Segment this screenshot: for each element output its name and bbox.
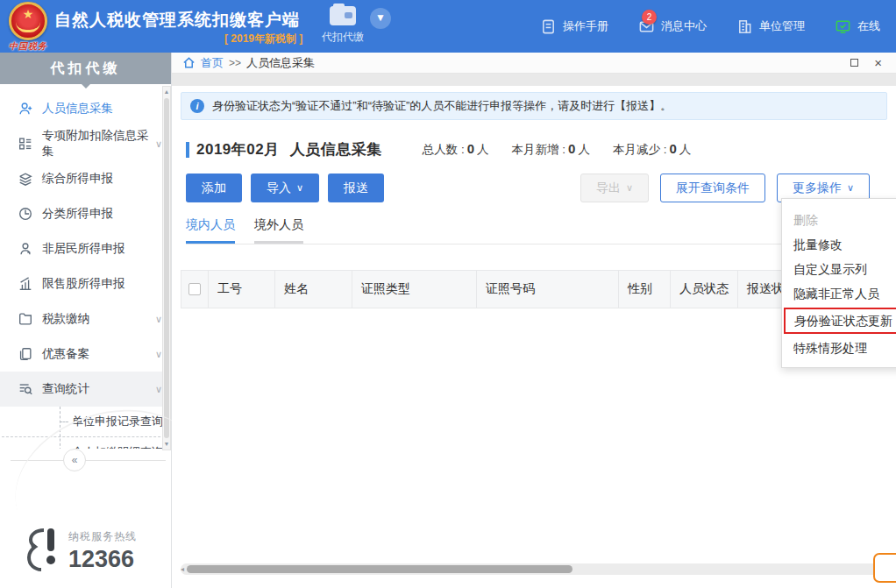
sidebar-item-label: 税款缴纳 <box>42 311 89 327</box>
chevron-down-icon: ∨ <box>155 138 162 150</box>
breadcrumb-current: 人员信息采集 <box>246 55 315 71</box>
manual-icon <box>540 18 557 35</box>
export-label: 导出 <box>596 181 621 196</box>
sidebar-item-restricted-shares[interactable]: 限售股所得申报 <box>0 266 171 301</box>
breadcrumb-separator: >> <box>229 57 241 69</box>
hotline-block: 纳税服务热线 12366 <box>21 527 137 576</box>
search-list-icon <box>18 381 33 397</box>
sidebar-item-special-deductions[interactable]: 专项附加扣除信息采集 ∨ <box>0 126 171 161</box>
stat-unit: 人 <box>477 143 489 156</box>
online-status[interactable]: 在线 <box>835 18 880 35</box>
stat-unit: 人 <box>679 143 692 156</box>
menu-item-custom-columns[interactable]: 自定义显示列 <box>782 257 896 281</box>
sidebar-item-label: 分类所得申报 <box>42 206 113 222</box>
select-all-checkbox[interactable] <box>188 283 201 295</box>
menu-item-batch-edit[interactable]: 批量修改 <box>782 232 896 257</box>
stat-removed-label: 本月减少 : <box>613 143 667 156</box>
online-status-icon <box>835 18 851 35</box>
main-content: 首页 >> 人员信息采集 × i 身份验证状态为“验证不通过”和“待验证”的人员… <box>172 53 896 588</box>
submit-button[interactable]: 报送 <box>328 174 384 202</box>
summary-stats: 总人数 :0人 本月新增 :0人 本月减少 :0人 <box>423 141 692 158</box>
layers-icon <box>18 171 33 187</box>
horizontal-scrollbar-thumb[interactable] <box>187 565 572 573</box>
col-id-number: 证照号码 <box>477 271 619 308</box>
building-icon <box>736 18 753 35</box>
period-title: 2019年02月 <box>196 139 280 159</box>
hotline-number: 12366 <box>68 546 137 573</box>
manual-button[interactable]: 操作手册 <box>540 18 608 35</box>
maximize-icon[interactable] <box>850 59 858 67</box>
company-management-label: 单位管理 <box>759 18 805 34</box>
app-header: ★ 中国税务 自然人税收管理系统扣缴客户端 [ 2019年新税制 ] 代扣代缴 … <box>0 0 896 53</box>
menu-item-hide-abnormal[interactable]: 隐藏非正常人员 <box>782 281 896 306</box>
sidebar-item-tax-payment[interactable]: 税款缴纳 ∨ <box>0 301 171 337</box>
message-center-button[interactable]: 2 消息中心 <box>638 18 707 35</box>
folder-icon <box>18 311 33 327</box>
sidebar-item-query-statistics[interactable]: 查询统计 ∨ <box>0 372 171 407</box>
sidebar-item-classified-income[interactable]: 分类所得申报 <box>0 196 171 231</box>
toolbar: 添加 导入 ∨ 报送 导出 ∨ 展开查询条件 更多操作 ∨ <box>186 174 870 202</box>
stat-new-value: 0 <box>568 141 575 156</box>
company-management-button[interactable]: 单位管理 <box>736 18 805 35</box>
message-badge: 2 <box>642 10 657 25</box>
menu-item-identity-verification-update[interactable]: 身份验证状态更新 <box>784 308 896 334</box>
hotline-label: 纳税服务热线 <box>68 529 137 544</box>
chevron-down-icon: ∨ <box>155 314 162 325</box>
sidebar-item-label: 优惠备案 <box>42 346 89 362</box>
module-label: 代扣代缴 <box>312 30 373 45</box>
more-actions-menu: 删除 批量修改 自定义显示列 隐藏非正常人员 身份验证状态更新 特殊情形处理 <box>781 198 896 368</box>
sidebar-scrollbar-thumb[interactable] <box>164 98 169 438</box>
module-chevron-down-icon[interactable]: ▼ <box>370 8 391 29</box>
wallet-icon <box>330 6 356 25</box>
tax-bureau-logo: ★ 中国税务 <box>4 1 53 52</box>
col-gender: 性别 <box>619 271 671 308</box>
chevron-down-icon: ∨ <box>626 182 633 194</box>
col-person-status: 人员状态 <box>671 271 738 308</box>
person-add-icon <box>18 101 33 117</box>
sidebar-item-nonresident-income[interactable]: 非居民所得申报 <box>0 231 171 266</box>
sidebar-item-label: 人员信息采集 <box>42 101 113 117</box>
col-employee-id: 工号 <box>209 271 275 308</box>
breadcrumb-home[interactable]: 首页 <box>201 55 224 71</box>
horizontal-scrollbar[interactable]: ◂ ▸ <box>181 563 887 575</box>
stat-removed-value: 0 <box>669 141 676 156</box>
expand-query-button[interactable]: 展开查询条件 <box>660 174 765 202</box>
hotline-icon <box>21 527 60 576</box>
tab-overseas-personnel[interactable]: 境外人员 <box>254 217 303 244</box>
menu-item-delete[interactable]: 删除 <box>782 208 896 232</box>
menu-item-special-cases[interactable]: 特殊情形处理 <box>782 336 896 360</box>
tax-regime-subtitle: [ 2019年新税制 ] <box>224 32 302 46</box>
sidebar-item-personnel-info[interactable]: 人员信息采集 <box>0 91 171 126</box>
export-button[interactable]: 导出 ∨ <box>580 174 649 202</box>
sidebar: 代扣代缴 人员信息采集 专项附加扣除信息采集 ∨ 综合所得申报 <box>0 53 172 588</box>
stat-new-label: 本月新增 : <box>512 143 566 156</box>
floating-corner-button[interactable] <box>873 553 896 583</box>
import-button[interactable]: 导入 ∨ <box>251 174 319 202</box>
chevron-down-icon: ∨ <box>155 349 162 360</box>
add-button[interactable]: 添加 <box>186 174 242 202</box>
module-switcher[interactable]: 代扣代缴 <box>312 6 373 45</box>
home-icon[interactable] <box>182 56 196 69</box>
sidebar-item-label: 限售股所得申报 <box>42 276 125 292</box>
stat-unit: 人 <box>578 143 590 156</box>
tax-emblem-icon: ★ <box>9 2 47 40</box>
sidebar-item-comprehensive-income[interactable]: 综合所得申报 <box>0 161 171 196</box>
person-icon <box>18 241 33 257</box>
notice-bar: i 身份验证状态为“验证不通过”和“待验证”的人员不能进行申报等操作，请及时进行… <box>181 92 887 120</box>
logo-text: 中国税务 <box>4 40 53 53</box>
sidebar-item-preferential-filing[interactable]: 优惠备案 ∨ <box>0 337 171 372</box>
title-row: 2019年02月 人员信息采集 总人数 :0人 本月新增 :0人 本月减少 :0… <box>186 139 882 159</box>
col-name: 姓名 <box>275 271 352 308</box>
more-actions-label: 更多操作 <box>793 181 842 196</box>
stat-total-label: 总人数 : <box>423 143 465 156</box>
import-label: 导入 <box>267 181 291 196</box>
scroll-up-icon[interactable]: ▲ <box>163 87 170 97</box>
sidebar-menu: 人员信息采集 专项附加扣除信息采集 ∨ 综合所得申报 分类所得申报 <box>0 84 171 449</box>
chevron-down-icon: ∨ <box>296 182 303 194</box>
tab-domestic-personnel[interactable]: 境内人员 <box>186 217 235 244</box>
sidebar-scrollbar[interactable]: ▲ ▼ <box>162 86 171 450</box>
info-icon: i <box>190 99 204 113</box>
close-icon[interactable]: × <box>874 58 882 68</box>
manual-label: 操作手册 <box>563 18 608 34</box>
header-nav: 操作手册 2 消息中心 单位管理 在线 <box>540 0 880 53</box>
